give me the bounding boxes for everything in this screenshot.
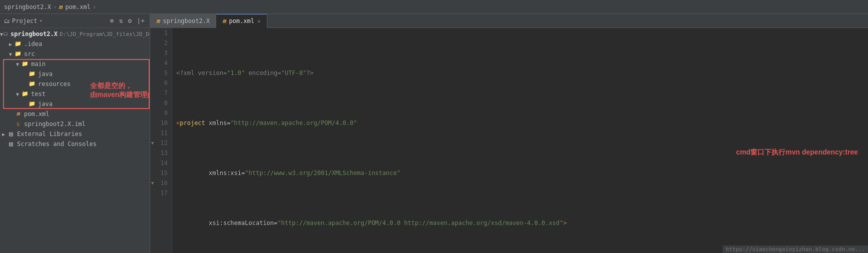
status-url: https://xiaochengxinyizhan.blog.csdn.ne.… — [723, 246, 868, 253]
arrow-ext[interactable]: ▶ — [0, 132, 7, 137]
folder-icon-idea: 📁 — [14, 40, 22, 48]
arrow-main[interactable]: ▼ — [14, 62, 21, 67]
label-src: src — [24, 50, 35, 58]
label-pom: pom.xml — [24, 110, 50, 118]
bracket-4b: > — [563, 218, 567, 228]
code-line-1: <?xml version="1.0" encoding="UTF-8"?> — [172, 68, 868, 78]
arrow-idea[interactable]: ▶ — [7, 42, 14, 47]
label-test: test — [31, 90, 46, 98]
label-iml: springboot2.X.iml — [24, 120, 86, 128]
sidebar-title: 🗂 Project ▾ — [4, 18, 43, 24]
pom-icon: m — [14, 110, 22, 118]
sidebar-settings-icon[interactable]: ⚙ — [127, 16, 133, 25]
text-4a: xsi:schemaLocation= — [176, 218, 277, 228]
tree-item-iml[interactable]: s springboot2.X.iml — [0, 119, 150, 129]
ln-16: ▼16 — [150, 178, 172, 188]
pom-icon-breadcrumb: m — [59, 4, 62, 10]
ln-13: 13 — [150, 148, 172, 158]
folder-icon-root: 🗂 — [3, 30, 9, 38]
label-java: java — [38, 70, 53, 78]
sidebar-header: 🗂 Project ▾ ⊕ ⇅ ⚙ |+ — [0, 14, 150, 28]
folder-icon-src: 📁 — [14, 50, 22, 58]
folder-icon-java: 📁 — [28, 70, 36, 78]
title-bar: springboot2.X › m pom.xml › — [0, 0, 868, 14]
ln-3: 3 — [150, 48, 172, 58]
red-box-container: ▼ 📁 main 📁 java 📁 — [0, 59, 150, 109]
sidebar-add-icon[interactable]: ⊕ — [109, 16, 115, 25]
tag-project: project — [180, 118, 205, 128]
iml-icon: s — [14, 120, 22, 128]
ln-14: 14 — [150, 158, 172, 168]
code-editor[interactable]: 1 2 3 4 5 6 7 8 9 10 11 ▼12 13 14 15 ▼16… — [150, 28, 868, 253]
tree-item-scratches[interactable]: ▤ Scratches and Consoles — [0, 139, 150, 149]
fold-marker-16: ▼ — [151, 178, 154, 188]
ln-5: 5 — [150, 68, 172, 78]
sidebar: 🗂 Project ▾ ⊕ ⇅ ⚙ |+ ▼ 🗂 springboot2.X D… — [0, 14, 150, 253]
ln-15: 15 — [150, 168, 172, 178]
breadcrumb-sep-1: › — [53, 4, 57, 10]
label-scratches: Scratches and Consoles — [17, 140, 97, 148]
tab-pom-icon: m — [222, 18, 226, 24]
editor-area: m springboot2.X m pom.xml ✕ 1 2 3 4 5 6 … — [150, 14, 868, 253]
breadcrumb-file[interactable]: pom.xml — [65, 4, 91, 10]
text-3: xmlns:xsi= — [176, 168, 245, 178]
sidebar-dropdown-arrow[interactable]: ▾ — [40, 18, 43, 24]
ln-4: 4 — [150, 58, 172, 68]
label-root: springboot2.X — [11, 30, 58, 38]
tab-springboot[interactable]: m springboot2.X — [150, 14, 216, 28]
ln-8: 8 — [150, 98, 172, 108]
ln-1: 1 — [150, 28, 172, 38]
editor-tabs: m springboot2.X m pom.xml ✕ — [150, 14, 868, 28]
tab-pom[interactable]: m pom.xml ✕ — [216, 14, 267, 28]
folder-icon-resources: 📁 — [28, 80, 36, 88]
text-2a: xmlns= — [205, 118, 231, 128]
tree-item-root[interactable]: ▼ 🗂 springboot2.X D:\JD_Program\JD_files… — [0, 29, 150, 39]
sidebar-header-icons: ⊕ ⇅ ⚙ |+ — [109, 16, 146, 25]
line-numbers: 1 2 3 4 5 6 7 8 9 10 11 ▼12 13 14 15 ▼16… — [150, 28, 172, 253]
ln-6: 6 — [150, 78, 172, 88]
fold-marker-12: ▼ — [151, 138, 154, 148]
breadcrumb: springboot2.X › m pom.xml › — [4, 4, 96, 10]
tree-item-src[interactable]: ▼ 📁 src — [0, 49, 150, 59]
label-main: main — [31, 60, 46, 68]
bracket-2a: < — [176, 118, 180, 128]
ln-10: 10 — [150, 118, 172, 128]
tree-item-idea[interactable]: ▶ 📁 .idea — [0, 39, 150, 49]
arrow-src[interactable]: ▼ — [7, 52, 14, 57]
tree-item-java[interactable]: 📁 java — [0, 69, 150, 79]
code-content-wrapper: <?xml version="1.0" encoding="UTF-8"?> <… — [172, 28, 868, 253]
breadcrumb-sep-2: › — [93, 4, 96, 10]
arrow-test[interactable]: ▼ — [14, 92, 21, 97]
tab-pom-label: pom.xml — [229, 18, 254, 24]
code-line-3: xmlns:xsi="http://www.w3.org/2001/XMLSch… — [172, 168, 868, 178]
main-layout: 🗂 Project ▾ ⊕ ⇅ ⚙ |+ ▼ 🗂 springboot2.X D… — [0, 14, 868, 253]
ext-libs-icon: ▤ — [7, 130, 15, 138]
sidebar-tree: ▼ 🗂 springboot2.X D:\JD_Program\JD_files… — [0, 28, 150, 253]
tree-item-test-java[interactable]: 📁 java — [0, 99, 150, 109]
label-test-java: java — [38, 100, 53, 108]
ln-9: 9 — [150, 108, 172, 118]
val-4a: "http://maven.apache.org/POM/4.0.0 http:… — [277, 218, 563, 228]
sidebar-title-label: Project — [12, 18, 38, 24]
folder-icon-test: 📁 — [21, 90, 29, 98]
folder-icon-main: 📁 — [21, 60, 29, 68]
breadcrumb-project[interactable]: springboot2.X — [4, 4, 51, 10]
label-idea: .idea — [24, 40, 42, 48]
code-content: <?xml version="1.0" encoding="UTF-8"?> <… — [172, 28, 868, 253]
sidebar-pin-icon[interactable]: |+ — [136, 16, 146, 25]
tree-item-test[interactable]: ▼ 📁 test — [0, 89, 150, 99]
tab-close-pom[interactable]: ✕ — [257, 18, 261, 24]
tree-item-main[interactable]: ▼ 📁 main — [0, 59, 150, 69]
tree-item-pom[interactable]: m pom.xml — [0, 109, 150, 119]
scratches-icon: ▤ — [7, 140, 15, 148]
sidebar-sort-icon[interactable]: ⇅ — [118, 16, 124, 25]
label-ext-libs: External Libraries — [17, 130, 82, 138]
project-icon: 🗂 — [4, 18, 10, 24]
ln-2: 2 — [150, 38, 172, 48]
tab-springboot-icon: m — [156, 18, 160, 24]
val-2a: "http://maven.apache.org/POM/4.0.0" — [230, 118, 357, 128]
tree-item-ext-libs[interactable]: ▶ ▤ External Libraries — [0, 129, 150, 139]
code-line-2: <project xmlns="http://maven.apache.org/… — [172, 118, 868, 128]
ln-11: 11 — [150, 128, 172, 138]
tree-item-resources[interactable]: 📁 resources — [0, 79, 150, 89]
